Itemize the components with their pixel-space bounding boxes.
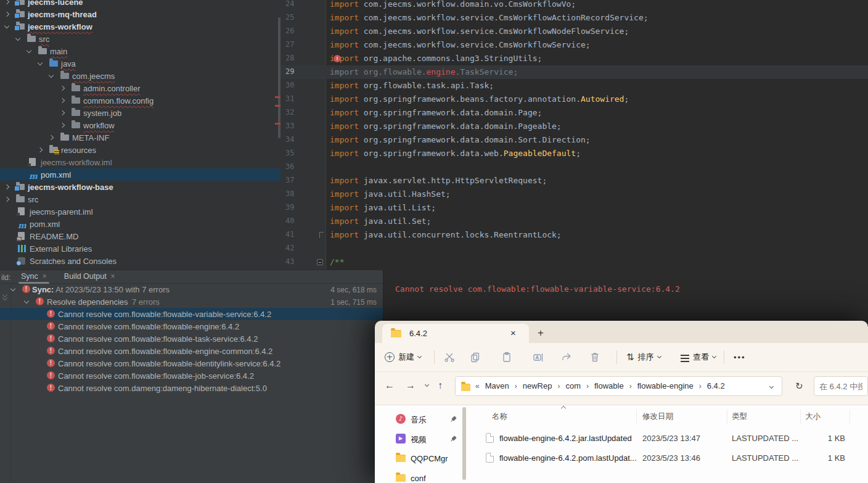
line-number[interactable]: 42 — [285, 244, 294, 252]
file-row[interactable]: flowable-engine-6.4.2.jar.lastUpdated202… — [473, 429, 868, 448]
tree-item[interactable]: src — [0, 33, 280, 45]
build-error-row[interactable]: Cannot resolve com.flowable:flowable-ide… — [0, 357, 383, 369]
line-number[interactable]: 30 — [285, 81, 294, 89]
line-number[interactable]: 32 — [285, 108, 294, 117]
tree-item[interactable]: pom.xml — [0, 168, 280, 181]
build-tab-build-output[interactable]: Build Output× — [64, 272, 115, 283]
code-line[interactable]: 25import com.jeecms.workflow.service.Cms… — [280, 11, 868, 25]
chevron-down-icon[interactable] — [4, 23, 9, 28]
tree-item[interactable]: META-INF — [0, 131, 280, 144]
line-number[interactable]: 29 — [285, 67, 294, 76]
build-error-row[interactable]: Cannot resolve com.flowable:flowable-var… — [0, 308, 383, 320]
delete-icon[interactable] — [589, 352, 600, 363]
column-divider[interactable] — [800, 410, 801, 424]
share-icon[interactable] — [561, 352, 572, 363]
line-number[interactable]: 35 — [285, 149, 294, 157]
sidebar-item-QQPCMgr[interactable]: QQPCMgr — [380, 450, 457, 468]
tree-item[interactable]: README.MD — [0, 230, 280, 242]
tree-item[interactable]: system.job — [0, 107, 280, 119]
code-line[interactable]: 37import javax.servlet.http.HttpServletR… — [280, 174, 868, 188]
code-line[interactable]: 34import org.springframework.data.domain… — [280, 133, 868, 147]
code-editor[interactable]: 24import com.jeecms.workflow.domain.vo.C… — [280, 0, 868, 270]
tree-item[interactable]: resources — [0, 144, 280, 156]
code-line[interactable]: 30import org.flowable.task.api.Task; — [280, 79, 868, 93]
tree-item[interactable]: src — [0, 193, 280, 205]
breadcrumb-item[interactable]: newRep — [523, 381, 552, 390]
file-row[interactable]: flowable-engine-6.4.2.pom.lastUpdat...20… — [473, 449, 868, 468]
line-number[interactable]: 41 — [285, 230, 294, 239]
column-header-type[interactable]: 类型 — [732, 411, 747, 422]
more-options-button[interactable]: ••• — [734, 353, 746, 362]
line-number[interactable]: 40 — [285, 217, 294, 225]
chevron-down-icon[interactable] — [15, 36, 20, 41]
line-number[interactable]: 33 — [285, 122, 294, 130]
build-error-row[interactable]: Cannot resolve com.flowable:flowable-eng… — [0, 345, 383, 357]
new-button[interactable]: 新建 — [385, 349, 421, 365]
tree-item[interactable]: common.flow.config — [0, 94, 280, 107]
column-header-name[interactable]: 名称 — [492, 411, 507, 422]
code-line[interactable]: 40import java.util.Set; — [280, 215, 868, 228]
code-line[interactable]: 41import java.util.concurrent.locks.Reen… — [280, 228, 868, 242]
chevron-right-icon[interactable] — [38, 147, 43, 152]
line-number[interactable]: 26 — [285, 27, 294, 35]
chevron-right-icon[interactable] — [49, 135, 54, 140]
build-error-row[interactable]: Cannot resolve com.flowable:flowable-tas… — [0, 332, 383, 345]
tree-item[interactable]: jeecms-mq-thread — [0, 8, 280, 20]
sidebar-scrollbar[interactable] — [462, 407, 466, 480]
tree-item[interactable]: pom.xml — [0, 218, 280, 230]
tree-item[interactable]: main — [0, 45, 280, 57]
breadcrumb-item[interactable]: flowable — [594, 381, 624, 390]
build-tab-sync[interactable]: Sync× — [21, 272, 47, 283]
search-input[interactable] — [814, 377, 867, 395]
tree-item[interactable]: workflow — [0, 119, 280, 131]
breadcrumb-item[interactable]: flowable-engine — [637, 381, 694, 390]
fold-icon[interactable] — [317, 259, 323, 265]
sidebar-item-视频[interactable]: 视频 — [380, 431, 457, 448]
build-error-row[interactable]: Cannot resolve com.dameng:dameng-hiberna… — [0, 382, 383, 394]
tree-item[interactable]: java — [0, 57, 280, 70]
chevron-open-icon[interactable] — [10, 286, 15, 291]
code-line[interactable]: 28import org.apache.commons.lang3.String… — [280, 52, 868, 65]
chevron-right-icon[interactable] — [4, 12, 9, 17]
line-number[interactable]: 31 — [285, 94, 294, 103]
code-line[interactable]: 38import java.util.HashSet; — [280, 188, 868, 201]
build-sync-row[interactable]: Sync: At 2023/5/23 13:50 with 7 errors 4… — [0, 283, 383, 295]
refresh-icon[interactable]: ↻ — [795, 381, 803, 392]
column-divider[interactable] — [850, 410, 850, 424]
address-dropdown-icon[interactable] — [769, 384, 774, 389]
tree-item[interactable]: com.jeecms — [0, 70, 280, 82]
tree-item[interactable]: jeecms-lucene — [0, 0, 280, 8]
build-error-row[interactable]: Cannot resolve com.flowable:flowable-eng… — [0, 320, 383, 332]
explorer-tab[interactable]: 6.4.2 × — [382, 324, 529, 343]
rename-icon[interactable] — [533, 352, 544, 363]
build-resolve-row[interactable]: Resolve dependencies 7 errors 1 sec, 715… — [0, 295, 383, 308]
chevron-right-icon[interactable] — [60, 123, 65, 128]
chevron-down-icon[interactable] — [38, 60, 43, 65]
code-line[interactable]: 35import org.springframework.data.web.Pa… — [280, 147, 868, 160]
line-number[interactable]: 24 — [285, 0, 294, 8]
new-tab-button[interactable]: + — [538, 327, 544, 339]
code-line[interactable]: 24import com.jeecms.workflow.domain.vo.C… — [280, 0, 868, 11]
line-number[interactable]: 28 — [285, 54, 294, 62]
code-line[interactable]: 42 — [280, 242, 868, 255]
breadcrumb-item[interactable]: Maven — [485, 381, 509, 390]
column-header-date[interactable]: 修改日期 — [642, 411, 673, 422]
line-number[interactable]: 27 — [285, 40, 294, 49]
code-line[interactable]: 31import org.springframework.beans.facto… — [280, 93, 868, 106]
code-line[interactable]: 36 — [280, 160, 868, 174]
up-button[interactable]: ↑ — [438, 380, 443, 391]
chevron-right-icon[interactable] — [4, 197, 9, 202]
sort-button[interactable]: ⇅ 排序 — [626, 349, 661, 365]
chevron-down-icon[interactable] — [27, 48, 31, 53]
close-icon[interactable]: × — [43, 272, 47, 281]
line-number[interactable]: 34 — [285, 135, 294, 144]
close-icon[interactable]: × — [111, 272, 115, 281]
code-line[interactable]: 26import com.jeecms.workflow.service.Cms… — [280, 25, 868, 38]
tree-item[interactable]: admin.controller — [0, 82, 280, 94]
column-header-size[interactable]: 大小 — [805, 411, 821, 422]
column-divider[interactable] — [636, 410, 637, 424]
code-line[interactable]: 43/** — [280, 255, 868, 269]
code-line[interactable]: 29import org.flowable.engine.TaskService… — [280, 65, 868, 79]
tree-item[interactable]: External Libraries — [0, 242, 280, 255]
fold-icon[interactable] — [319, 232, 324, 238]
